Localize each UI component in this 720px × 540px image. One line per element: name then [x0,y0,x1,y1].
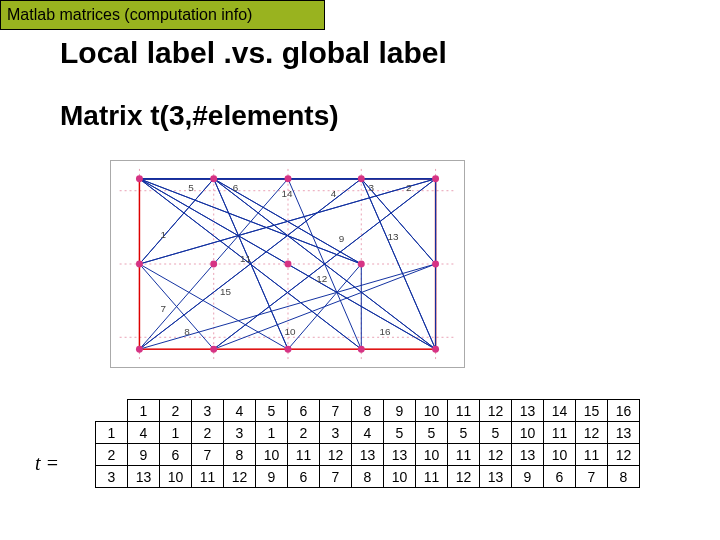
matrix-cell: 10 [416,444,448,466]
matrix-cell: 1 [160,422,192,444]
t-equals-label: t = [35,452,59,475]
matrix-cell: 8 [224,444,256,466]
matrix-cell: 12 [480,444,512,466]
col-header: 8 [352,400,384,422]
row-header: 2 [96,444,128,466]
mesh-node [358,175,365,182]
mesh-svg: 12345678910111213141516 [111,161,464,367]
matrix-cell: 8 [608,466,640,488]
matrix-cell: 10 [160,466,192,488]
matrix-cell: 12 [608,444,640,466]
svg-line-53 [139,179,213,264]
matrix-cell: 5 [480,422,512,444]
svg-line-56 [139,179,361,264]
header-band-text: Matlab matrices (computation info) [7,6,252,24]
matrix-cell: 4 [352,422,384,444]
element-label: 1 [160,229,166,240]
matrix-table: 1234567891011121314151614123123455551011… [95,399,640,488]
matrix-cell: 5 [384,422,416,444]
matrix-cell: 13 [384,444,416,466]
table-corner [96,400,128,422]
matrix-cell: 13 [128,466,160,488]
mesh-node [136,346,143,353]
element-label: 12 [316,273,327,284]
mesh-node [432,346,439,353]
element-label: 14 [281,188,293,199]
matrix-cell: 10 [384,466,416,488]
matrix-cell: 9 [512,466,544,488]
mesh-node [210,346,217,353]
mesh-node [358,261,365,268]
element-label: 2 [406,182,412,193]
element-label: 10 [284,326,296,337]
matrix-cell: 11 [288,444,320,466]
matrix-cell: 10 [256,444,288,466]
matrix-cell: 5 [416,422,448,444]
matrix-cell: 11 [544,422,576,444]
matrix-cell: 6 [160,444,192,466]
matrix-cell: 13 [480,466,512,488]
mesh-diagram: 12345678910111213141516 [110,160,465,368]
element-label: 5 [188,182,194,193]
matrix-cell: 13 [352,444,384,466]
element-label: 4 [331,188,337,199]
header-band: Matlab matrices (computation info) [0,0,325,30]
matrix-cell: 2 [192,422,224,444]
matrix-cell: 3 [224,422,256,444]
mesh-node [358,346,365,353]
matrix-cell: 12 [224,466,256,488]
element-label: 11 [240,253,252,264]
element-label: 8 [184,326,190,337]
col-header: 14 [544,400,576,422]
mesh-node [136,175,143,182]
matrix-cell: 10 [512,422,544,444]
mesh-node [285,175,292,182]
mesh-node [210,175,217,182]
matrix-cell: 1 [256,422,288,444]
mesh-node [432,175,439,182]
col-header: 16 [608,400,640,422]
col-header: 7 [320,400,352,422]
matrix-cell: 13 [512,444,544,466]
matrix-cell: 11 [416,466,448,488]
matrix-cell: 12 [576,422,608,444]
mesh-node [285,346,292,353]
matrix-cell: 4 [128,422,160,444]
matrix-cell: 3 [320,422,352,444]
mesh-node [432,261,439,268]
matrix-cell: 12 [320,444,352,466]
matrix-cell: 7 [192,444,224,466]
matrix-cell: 12 [448,466,480,488]
element-label: 3 [368,182,374,193]
col-header: 4 [224,400,256,422]
mesh-node [210,261,217,268]
col-header: 12 [480,400,512,422]
col-header: 5 [256,400,288,422]
col-header: 6 [288,400,320,422]
title-main: Local label .vs. global label [60,36,447,70]
matrix-cell: 7 [576,466,608,488]
col-header: 13 [512,400,544,422]
col-header: 1 [128,400,160,422]
col-header: 3 [192,400,224,422]
matrix-cell: 9 [128,444,160,466]
row-header: 3 [96,466,128,488]
element-label: 13 [387,231,399,242]
matrix-cell: 2 [288,422,320,444]
title-sub: Matrix t(3,#elements) [60,100,339,132]
element-label: 7 [160,303,166,314]
matrix-cell: 11 [448,444,480,466]
mesh-node [285,261,292,268]
col-header: 2 [160,400,192,422]
row-header: 1 [96,422,128,444]
element-label: 9 [339,233,345,244]
matrix-cell: 11 [576,444,608,466]
matrix-cell: 11 [192,466,224,488]
col-header: 10 [416,400,448,422]
matrix-cell: 13 [608,422,640,444]
col-header: 9 [384,400,416,422]
mesh-node [136,261,143,268]
element-label: 16 [380,326,392,337]
col-header: 11 [448,400,480,422]
matrix-cell: 6 [544,466,576,488]
